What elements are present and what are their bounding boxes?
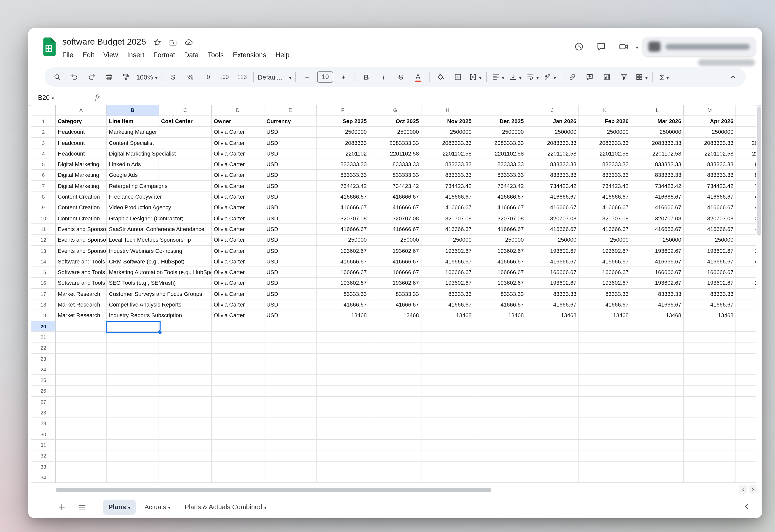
- cell-K5[interactable]: 833333.33: [579, 159, 631, 170]
- cell-K9[interactable]: 416666.67: [579, 202, 631, 213]
- cell-K15[interactable]: 166666.67: [579, 267, 631, 278]
- row-header-2[interactable]: 2: [31, 127, 56, 138]
- cell-L18[interactable]: 41666.67: [631, 300, 684, 310]
- cell-N12[interactable]: 250000: [736, 235, 756, 246]
- cell-J22[interactable]: [526, 343, 579, 354]
- cell-L14[interactable]: 416666.67: [631, 256, 684, 267]
- cell-E11[interactable]: USD: [264, 224, 316, 235]
- cell-L17[interactable]: 83333.33: [631, 289, 684, 300]
- cell-G5[interactable]: 833333.33: [369, 159, 422, 170]
- cell-J9[interactable]: 416666.67: [526, 202, 579, 213]
- cell-D25[interactable]: [212, 375, 264, 386]
- cell-G17[interactable]: 83333.33: [369, 289, 422, 300]
- cell-F32[interactable]: [316, 450, 369, 461]
- column-header-L[interactable]: L: [631, 105, 684, 116]
- cell-F22[interactable]: [316, 343, 369, 354]
- text-color-button[interactable]: A: [409, 70, 427, 84]
- cell-K24[interactable]: [579, 364, 631, 375]
- cell-A25[interactable]: [56, 375, 107, 386]
- cell-N5[interactable]: 833333.33: [736, 159, 756, 170]
- cell-D23[interactable]: [212, 354, 264, 364]
- cell-M29[interactable]: [684, 418, 736, 429]
- cell-I31[interactable]: [474, 440, 526, 451]
- cell-E15[interactable]: USD: [264, 267, 316, 278]
- cell-F7[interactable]: 734423.42: [316, 181, 369, 192]
- cell-M27[interactable]: [684, 397, 736, 407]
- row-header-22[interactable]: 22: [31, 343, 56, 354]
- cell-D12[interactable]: Olivia Carter: [212, 235, 264, 246]
- cell-C6[interactable]: [159, 170, 212, 181]
- row-header-12[interactable]: 12: [31, 235, 56, 246]
- cell-I4[interactable]: 2201102.58: [474, 148, 526, 159]
- insert-chart-icon[interactable]: [598, 70, 616, 84]
- row-header-20[interactable]: 20: [31, 321, 56, 332]
- cell-A24[interactable]: [56, 364, 107, 375]
- cell-N22[interactable]: [736, 343, 756, 354]
- cell-J31[interactable]: [526, 440, 579, 451]
- cell-F21[interactable]: [316, 332, 369, 343]
- cell-F30[interactable]: [316, 429, 369, 440]
- cell-N31[interactable]: [736, 440, 756, 451]
- increase-font-size-button[interactable]: +: [335, 70, 352, 84]
- cell-J28[interactable]: [526, 407, 579, 418]
- row-header-8[interactable]: 8: [31, 191, 56, 202]
- cell-E13[interactable]: USD: [264, 245, 316, 256]
- horizontal-scrollbar-thumb[interactable]: [56, 488, 491, 492]
- cell-H27[interactable]: [422, 397, 474, 407]
- cell-G9[interactable]: 416666.67: [369, 202, 422, 213]
- cell-G26[interactable]: [369, 386, 422, 397]
- font-size-input[interactable]: 10: [316, 70, 335, 84]
- cell-E18[interactable]: USD: [264, 300, 316, 310]
- cell-E8[interactable]: USD: [264, 191, 316, 202]
- cell-E2[interactable]: USD: [264, 127, 316, 138]
- cell-M23[interactable]: [684, 354, 736, 364]
- cell-J10[interactable]: 320707.08: [526, 213, 579, 224]
- cell-H2[interactable]: 2500000: [422, 127, 474, 138]
- scroll-right-button[interactable]: [749, 485, 757, 494]
- cell-N29[interactable]: [736, 418, 756, 429]
- cell-C25[interactable]: [159, 375, 212, 386]
- video-camera-icon[interactable]: [615, 37, 633, 56]
- cell-E3[interactable]: USD: [264, 137, 316, 148]
- row-header-24[interactable]: 24: [31, 364, 56, 375]
- cell-L8[interactable]: 416666.67: [631, 191, 684, 202]
- row-header-30[interactable]: 30: [31, 429, 56, 440]
- cell-F31[interactable]: [316, 440, 369, 451]
- cell-L9[interactable]: 416666.67: [631, 202, 684, 213]
- cell-B28[interactable]: [107, 407, 159, 418]
- cell-H26[interactable]: [422, 386, 474, 397]
- cell-H10[interactable]: 320707.08: [422, 213, 474, 224]
- cell-A18[interactable]: Market Research: [56, 300, 107, 310]
- cell-C27[interactable]: [159, 397, 212, 407]
- cell-L15[interactable]: 166666.67: [631, 267, 684, 278]
- cell-G34[interactable]: [369, 472, 422, 483]
- cell-N30[interactable]: [736, 429, 756, 440]
- cell-E17[interactable]: USD: [264, 289, 316, 300]
- cell-C34[interactable]: [159, 472, 212, 483]
- cell-L1[interactable]: Mar 2026: [631, 116, 684, 127]
- cell-M1[interactable]: Apr 2026: [684, 116, 736, 127]
- cell-D10[interactable]: Olivia Carter: [212, 213, 264, 224]
- cell-K30[interactable]: [579, 429, 631, 440]
- cell-M18[interactable]: 41666.67: [684, 300, 736, 310]
- cell-I7[interactable]: 734423.42: [474, 181, 526, 192]
- cell-D28[interactable]: [212, 407, 264, 418]
- cell-M5[interactable]: 833333.33: [684, 159, 736, 170]
- cell-J29[interactable]: [526, 418, 579, 429]
- cell-N14[interactable]: 416666.67: [736, 256, 756, 267]
- cell-B31[interactable]: [107, 440, 159, 451]
- cell-A20[interactable]: [56, 321, 107, 332]
- cell-B7[interactable]: Retargeting Campaigns: [107, 181, 212, 192]
- more-formats-button[interactable]: 123: [233, 70, 251, 84]
- cell-L16[interactable]: 193602.67: [631, 278, 684, 289]
- cell-I5[interactable]: 833333.33: [474, 159, 526, 170]
- cell-N15[interactable]: 166666.67: [736, 267, 756, 278]
- cell-L33[interactable]: [631, 461, 684, 472]
- increase-decimal-button[interactable]: .00: [216, 70, 233, 84]
- cell-G3[interactable]: 2083333.33: [369, 137, 422, 148]
- cell-G23[interactable]: [369, 354, 422, 364]
- column-header-B[interactable]: B: [107, 105, 159, 116]
- strikethrough-button[interactable]: S: [392, 70, 409, 84]
- cell-C22[interactable]: [159, 343, 212, 354]
- row-header-32[interactable]: 32: [31, 450, 56, 461]
